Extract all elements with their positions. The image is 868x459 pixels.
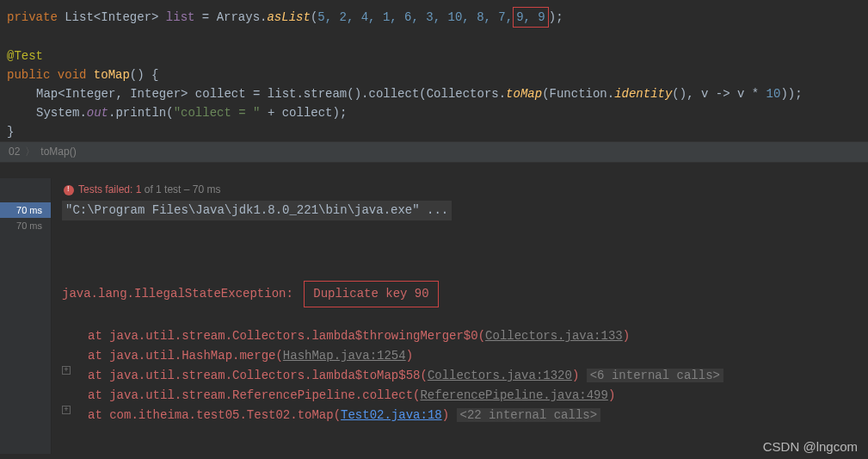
annotation: @Test (7, 49, 43, 63)
source-link[interactable]: ReferencePipeline.java:499 (420, 388, 607, 402)
blank-line (7, 28, 861, 47)
test-status-bar: Tests failed: 1 of 1 test – 70 ms (52, 178, 868, 201)
expand-icon[interactable]: + (62, 406, 71, 414)
source-link[interactable]: Collectors.java:1320 (428, 369, 572, 382)
expand-icon[interactable]: + (62, 366, 71, 375)
numbers: 5, 2, 4, 1, 6, 3, 10, 8, 7, (317, 10, 513, 24)
exception-message-highlight: Duplicate key 90 (304, 281, 438, 307)
type: List<Integer> (65, 10, 158, 24)
code-editor[interactable]: private List<Integer> list = Arrays.asLi… (0, 0, 868, 141)
test-run-panel: 70 ms 70 ms Tests failed: 1 of 1 test – … (0, 178, 868, 454)
code-line: private List<Integer> list = Arrays.asLi… (7, 7, 861, 28)
watermark: CSDN @lngcom (763, 439, 858, 454)
keyword: private (7, 10, 58, 24)
source-link[interactable]: Collectors.java:133 (485, 329, 623, 343)
stack-frame: +at com.itheima.test05.Test02.toMap(Test… (62, 406, 868, 425)
stack-frame: +at java.util.stream.Collectors.lambda$t… (62, 366, 868, 386)
panel-gap (0, 163, 868, 178)
status-failed-label: Tests failed: (78, 183, 136, 195)
code-line: Map<Integer, Integer> collect = list.str… (7, 84, 861, 103)
method-name: toMap (94, 68, 130, 82)
source-link[interactable]: HashMap.java:1254 (283, 349, 406, 363)
test-time[interactable]: 70 ms (0, 218, 51, 233)
internal-calls-hint[interactable]: <22 internal calls> (457, 408, 601, 422)
chevron-right-icon: 〉 (25, 146, 35, 158)
code-line: } (7, 122, 861, 141)
test-tree-gutter[interactable]: 70 ms 70 ms (0, 178, 52, 454)
field: list (166, 10, 195, 24)
static-method: asList (267, 10, 310, 24)
code-line: @Test (7, 47, 861, 65)
stack-frame: at java.util.HashMap.merge(HashMap.java:… (62, 346, 868, 366)
stack-frame: at java.util.stream.Collectors.lambda$th… (62, 326, 868, 346)
code-line: System.out.println("collect = " + collec… (7, 103, 861, 122)
command-line: "C:\Program Files\Java\jdk1.8.0_221\bin\… (62, 201, 868, 220)
breadcrumb-class[interactable]: 02 (9, 146, 20, 158)
error-icon (64, 185, 74, 195)
console-output[interactable]: Tests failed: 1 of 1 test – 70 ms "C:\Pr… (52, 178, 868, 454)
exception-line: java.lang.IllegalStateException: Duplica… (62, 281, 868, 307)
duplicate-highlight: 9, 9 (513, 7, 549, 28)
source-link[interactable]: Test02.java:18 (341, 408, 442, 422)
internal-calls-hint[interactable]: <6 internal calls> (587, 369, 723, 382)
code-line: public void toMap() { (7, 65, 861, 84)
breadcrumb-method[interactable]: toMap() (40, 146, 76, 158)
test-time-selected[interactable]: 70 ms (0, 202, 51, 218)
breadcrumb[interactable]: 02〉toMap() (0, 141, 868, 163)
stack-frame: at java.util.stream.ReferencePipeline.co… (62, 386, 868, 406)
